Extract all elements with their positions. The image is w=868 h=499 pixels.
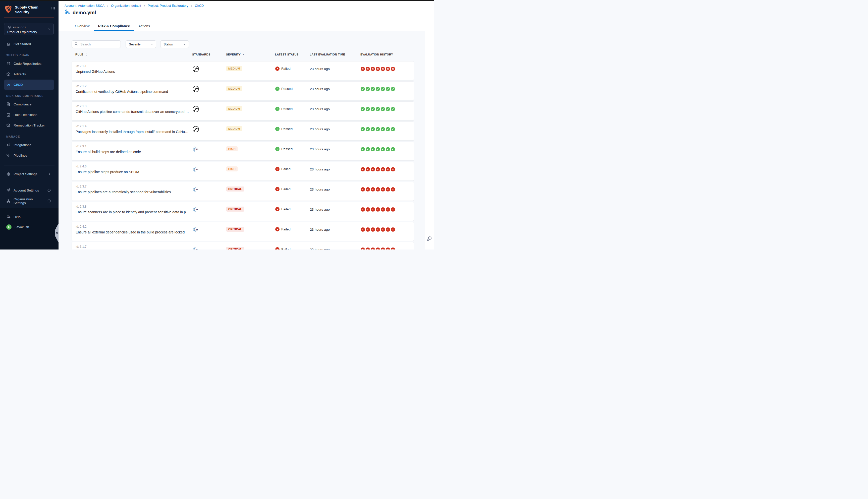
tab-actions[interactable]: Actions [134, 22, 154, 31]
severity-cell: CRITICAL [226, 202, 275, 221]
rule-cell: Id: 2.3.1 Ensure all build steps are def… [72, 142, 192, 160]
status-text: Failed [281, 187, 291, 191]
rule-id: Id: 2.4.2 [76, 225, 190, 228]
sidebar-item-account-settings[interactable]: Account Settings [4, 185, 54, 196]
rule-title: Ensure all build steps are defined as co… [76, 150, 190, 154]
sidebar-item-ci-cd[interactable]: ∞ CI/CD [4, 80, 54, 90]
chat-bubbles-icon[interactable] [426, 235, 433, 243]
project-selector-header: PROJECT [7, 25, 50, 29]
route-icon [6, 143, 11, 147]
severity-badge: HIGH [226, 167, 238, 171]
history-pass-icon [376, 87, 380, 91]
table-row[interactable]: Id: 2.1.1 Unpinned GitHub Actions MEDIUM… [72, 61, 414, 80]
sidebar-item-rule-definitions[interactable]: Rule Definitions [4, 110, 54, 120]
status-text: Failed [281, 66, 291, 71]
history-pass-icon [391, 87, 395, 91]
table-row[interactable]: Id: 2.4.6 Ensure pipeline steps produce … [72, 162, 414, 181]
history-fail-icon [386, 247, 390, 250]
search-icon [74, 42, 78, 47]
svg-text:CIS: CIS [194, 228, 198, 231]
history-fail-icon [371, 207, 375, 211]
rule-cell: Id: 2.1.3 GitHub Actions pipeline comman… [72, 102, 192, 120]
module-grid-icon[interactable] [51, 7, 55, 12]
history-fail-icon [361, 207, 365, 211]
app-title-line2: Security [15, 10, 38, 14]
severity-badge: CRITICAL [226, 186, 244, 192]
project-selector[interactable]: PROJECT Product Exploratory [4, 23, 54, 35]
table-row[interactable]: Id: 2.3.8 Ensure scanners are in place t… [72, 202, 414, 221]
search-input[interactable] [80, 42, 118, 46]
table-row[interactable]: Id: 2.1.4 Packages insecurely installed … [72, 121, 414, 141]
evaluation-history [361, 162, 414, 181]
chevron-down-icon [183, 42, 186, 46]
breadcrumb-link-project-product-exploratory[interactable]: Project: Product Exploratory [148, 4, 188, 8]
cis-logo-icon: CIS [192, 149, 199, 153]
tab-risk-compliance[interactable]: Risk & Compliance [94, 22, 134, 31]
sidebar-item-help[interactable]: ? Help [4, 212, 54, 222]
rule-id: Id: 2.4.6 [76, 165, 190, 168]
rule-title: Packages insecurely installed through “n… [76, 130, 190, 134]
history-fail-icon [366, 67, 370, 71]
sidebar-item-integrations[interactable]: Integrations [4, 140, 54, 150]
history-pass-icon [376, 107, 380, 111]
dropdown-status[interactable]: Status [160, 40, 189, 48]
sidebar-item-label: Organization Settings [14, 197, 44, 205]
sidebar-item-remediation-tracker[interactable]: Remediation Tracker [4, 120, 54, 131]
help-label: Help [14, 215, 21, 219]
table-row[interactable]: Id: 2.1.3 GitHub Actions pipeline comman… [72, 101, 414, 121]
standards-cell: CIS [192, 202, 226, 221]
column-header-evaluation-history: EVALUATION HISTORY [360, 53, 414, 56]
sidebar-item-label: Get Started [14, 42, 31, 46]
sidebar-item-project-settings[interactable]: Project Settings [4, 169, 54, 180]
breadcrumb-link-organization-default[interactable]: Organization: default [111, 4, 141, 8]
rule-cell: Id: 2.3.7 Ensure pipelines are automatic… [72, 182, 192, 200]
sidebar-item-organization-settings[interactable]: Organization Settings [4, 196, 54, 206]
user-menu[interactable]: L Lavakush [4, 222, 54, 232]
caret-down-icon[interactable] [242, 53, 245, 56]
sidebar-item-label: Rule Definitions [14, 113, 37, 117]
history-fail-icon [371, 228, 375, 232]
status-cell: Passed [275, 122, 310, 140]
history-fail-icon [381, 187, 385, 192]
history-fail-icon [376, 187, 380, 192]
right-rail [425, 32, 434, 250]
table-row[interactable]: Id: 2.3.1 Ensure all build steps are def… [72, 142, 414, 161]
sidebar-item-artifacts[interactable]: Artifacts [4, 69, 54, 80]
sidebar-item-code-repositories[interactable]: Code Repositories [4, 59, 54, 69]
chevron-down-icon [150, 42, 154, 46]
status-passed-icon [275, 127, 279, 131]
sidebar-item-get-started[interactable]: Get Started [4, 39, 54, 49]
breadcrumb-link-account-automation-ssca[interactable]: Account: Automation-SSCA [64, 4, 105, 8]
severity-badge: CRITICAL [226, 247, 244, 250]
breadcrumb-link-ci-cd[interactable]: CI/CD [195, 4, 204, 8]
sort-icon[interactable] [85, 53, 88, 56]
status-text: Failed [281, 167, 291, 171]
rule-cell: Id: 2.4.2 Ensure all external dependenci… [72, 222, 192, 241]
column-header-label: EVALUATION HISTORY [360, 53, 393, 56]
severity-cell: CRITICAL [226, 222, 275, 241]
history-pass-icon [376, 147, 380, 151]
table-row[interactable]: Id: 2.3.7 Ensure pipelines are automatic… [72, 182, 414, 201]
status-failed-icon [275, 187, 279, 191]
standards-cell [192, 82, 226, 100]
dropdown-severity[interactable]: Severity [125, 40, 156, 48]
sidebar-item-compliance[interactable]: Compliance [4, 99, 54, 110]
org-gear-icon [6, 199, 11, 203]
history-pass-icon [386, 87, 390, 91]
breadcrumb-separator-icon [190, 4, 193, 7]
history-fail-icon [381, 247, 385, 250]
sidebar-section-manage: MANAGE [6, 133, 59, 140]
sidebar-item-pipelines[interactable]: Pipelines [4, 150, 54, 161]
gear-icon [6, 172, 11, 176]
table-row[interactable]: Id: 2.4.2 Ensure all external dependenci… [72, 222, 414, 241]
evaluation-time: 23 hours ago [310, 182, 361, 200]
app-title: Supply Chain Security [15, 5, 38, 14]
evaluation-time: 23 hours ago [310, 222, 361, 241]
tab-overview[interactable]: Overview [71, 22, 94, 31]
table-row[interactable]: Id: 2.1.2 Certificate not verified by Gi… [72, 81, 414, 100]
rule-id: Id: 2.3.7 [76, 185, 190, 188]
rule-id: Id: 2.3.1 [76, 145, 190, 148]
history-pass-icon [376, 127, 380, 131]
table-row[interactable]: Id: 3.1.7 CIS CRITICAL Failed 23 hours a… [72, 242, 414, 250]
cis-logo-icon: CIS [192, 169, 199, 173]
